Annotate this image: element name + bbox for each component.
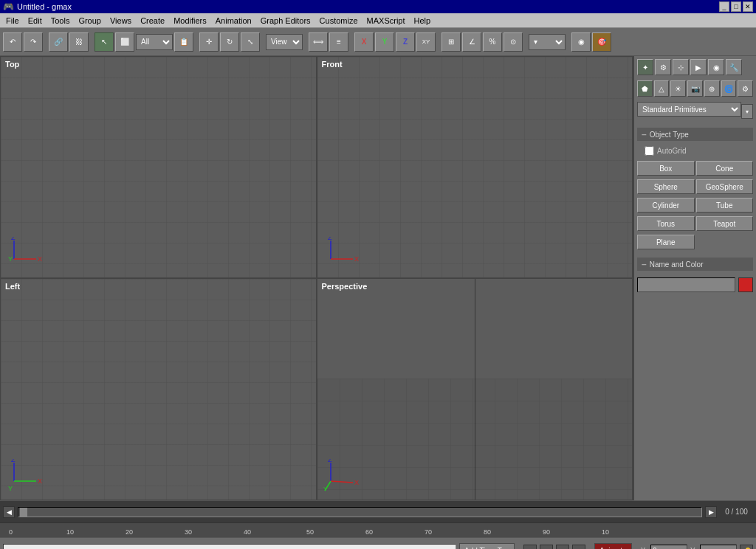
name-color-collapse[interactable]: – — [642, 259, 647, 269]
viewport-top-axis: Z X Y — [7, 237, 47, 270]
command-panel-tabs: ✦ ⚙ ⊹ ▶ ◉ 🔧 — [637, 59, 753, 75]
lights-icon[interactable]: ☀ — [670, 80, 686, 97]
box-button[interactable]: Box — [637, 161, 695, 176]
modify-tab[interactable]: ⚙ — [655, 59, 671, 75]
play-button[interactable]: ▶ — [523, 545, 537, 550]
motion-tab[interactable]: ▶ — [690, 59, 707, 75]
render-button[interactable]: 🎯 — [592, 32, 611, 52]
object-name-input[interactable] — [637, 277, 735, 292]
geosphere-button[interactable]: GeoSphere — [696, 179, 754, 194]
axis-x-button[interactable]: X — [354, 32, 374, 52]
obj-type-row-2: Sphere GeoSphere — [637, 179, 753, 194]
menu-edit[interactable]: Edit — [24, 15, 47, 27]
menu-create[interactable]: Create — [136, 15, 169, 27]
svg-text:Y: Y — [8, 485, 13, 492]
shapes-icon[interactable]: △ — [654, 80, 670, 97]
status-input[interactable] — [3, 544, 456, 550]
menu-graph-editors[interactable]: Graph Editors — [256, 15, 315, 27]
render-dropdown[interactable]: ▾ — [529, 34, 566, 50]
plane-button[interactable]: Plane — [637, 235, 695, 249]
maximize-button[interactable]: □ — [731, 1, 741, 12]
angle-snap-button[interactable]: ∠ — [462, 32, 481, 52]
dropdown-arrow[interactable]: ▾ — [741, 104, 753, 119]
snap-button[interactable]: ⊞ — [441, 32, 461, 52]
obj-type-row-1: Box Cone — [637, 161, 753, 176]
spacewarps-icon[interactable]: 🌀 — [721, 80, 737, 97]
align-button[interactable]: ≡ — [329, 32, 348, 52]
geometry-icon[interactable]: ⬟ — [637, 80, 653, 97]
menu-maxscript[interactable]: MAXScript — [362, 15, 410, 27]
stop-button[interactable]: ⏹ — [540, 545, 553, 550]
prev-frame-button[interactable]: ⏮ — [556, 545, 569, 550]
close-button[interactable]: ✕ — [743, 1, 753, 12]
next-frame-button[interactable]: ⏭ — [572, 545, 585, 550]
rotate-button[interactable]: ↻ — [220, 32, 239, 52]
tube-button[interactable]: Tube — [696, 198, 754, 213]
menu-modifiers[interactable]: Modifiers — [169, 15, 211, 27]
scale-button[interactable]: ⤡ — [241, 32, 260, 52]
timeline-next-button[interactable]: ▶ — [705, 506, 717, 518]
helpers-icon[interactable]: ⊕ — [704, 80, 720, 97]
systems-icon[interactable]: ⚙ — [738, 80, 753, 97]
menu-group[interactable]: Group — [74, 15, 106, 27]
utilities-tab[interactable]: 🔧 — [726, 59, 742, 75]
svg-text:Z: Z — [11, 237, 16, 241]
menu-tools[interactable]: Tools — [47, 15, 75, 27]
undo-button[interactable]: ↶ — [3, 32, 22, 52]
select-by-name-button[interactable]: 📋 — [174, 32, 193, 52]
menu-help[interactable]: Help — [410, 15, 436, 27]
menu-file[interactable]: File — [1, 15, 24, 27]
cameras-icon[interactable]: 📷 — [687, 80, 703, 97]
timeline-prev-button[interactable]: ◀ — [3, 506, 15, 518]
add-time-tag-button[interactable]: Add Time Tag — [459, 543, 515, 550]
menu-customize[interactable]: Customize — [315, 15, 362, 27]
color-swatch[interactable] — [738, 277, 753, 292]
menu-views[interactable]: Views — [106, 15, 136, 27]
minimize-button[interactable]: _ — [719, 1, 729, 12]
select-button[interactable]: ↖ — [94, 32, 114, 52]
object-type-title: Object Type — [650, 131, 689, 139]
object-type-collapse[interactable]: – — [642, 129, 647, 139]
cylinder-button[interactable]: Cylinder — [637, 198, 695, 213]
axis-xy-button[interactable]: XY — [416, 32, 436, 52]
torus-button[interactable]: Torus — [637, 216, 695, 231]
material-editor-button[interactable]: ◉ — [571, 32, 591, 52]
sphere-button[interactable]: Sphere — [637, 179, 695, 194]
primitive-type-dropdown[interactable]: Standard Primitives Extended Primitives — [637, 102, 741, 117]
viewport-front[interactable]: Front Z X — [317, 56, 633, 278]
subcategory-icons: ⬟ △ ☀ 📷 ⊕ 🌀 ⚙ — [637, 80, 753, 97]
key-mode-button[interactable]: 🔑 — [740, 545, 753, 550]
hierarchy-tab[interactable]: ⊹ — [673, 59, 689, 75]
teapot-button[interactable]: Teapot — [696, 216, 754, 231]
create-tab[interactable]: ✦ — [637, 59, 653, 75]
view-dropdown[interactable]: View — [266, 34, 303, 50]
move-button[interactable]: ✛ — [199, 32, 219, 52]
title-text: 🎮 Untitled - gmax — [3, 1, 72, 12]
cone-button[interactable]: Cone — [696, 161, 754, 176]
filter-dropdown[interactable]: All — [136, 34, 173, 50]
autogrid-checkbox[interactable] — [645, 146, 654, 156]
menu-animation[interactable]: Animation — [211, 15, 256, 27]
svg-text:X: X — [354, 479, 359, 486]
menubar: File Edit Tools Group Views Create Modif… — [0, 13, 756, 28]
mirror-button[interactable]: ⟺ — [309, 32, 328, 52]
spinner-snap-button[interactable]: ⊙ — [504, 32, 523, 52]
display-tab[interactable]: ◉ — [708, 59, 724, 75]
coord-x-input[interactable] — [650, 545, 687, 550]
unlink-button[interactable]: ⛓ — [69, 32, 89, 52]
select-region-button[interactable]: ⬜ — [115, 32, 134, 52]
viewport-perspective[interactable]: Perspective Z X Y — [317, 278, 633, 500]
viewport-left-axis: Z Y X — [7, 459, 47, 492]
animate-button[interactable]: Animate — [594, 543, 632, 550]
viewport-left[interactable]: Left Z Y X — [0, 278, 317, 500]
percent-snap-button[interactable]: % — [483, 32, 502, 52]
redo-button[interactable]: ↷ — [24, 32, 43, 52]
viewport-top[interactable]: Top Z X Y — [0, 56, 317, 278]
axis-z-button[interactable]: Z — [396, 32, 415, 52]
coord-y-input[interactable] — [700, 545, 737, 550]
link-button[interactable]: 🔗 — [49, 32, 68, 52]
axis-y-button[interactable]: Y — [375, 32, 394, 52]
timeline-slider[interactable] — [18, 507, 702, 517]
name-color-header: – Name and Color — [637, 258, 753, 271]
window-title: Untitled - gmax — [17, 2, 72, 11]
